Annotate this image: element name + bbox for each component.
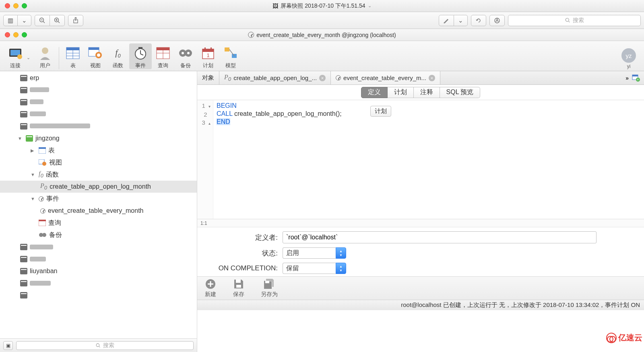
event-form: 定义者: 状态: 启用 ▲▼ ON COMPLETION: 保留 ▲▼ bbox=[197, 227, 644, 276]
avatar-initials: yz bbox=[621, 48, 636, 63]
tb-query[interactable]: 查询 bbox=[152, 45, 174, 69]
chevron-down-icon[interactable]: ⌄ bbox=[368, 3, 372, 8]
tab-overflow-button[interactable]: » bbox=[625, 75, 629, 81]
maximize-icon[interactable] bbox=[22, 32, 27, 37]
zoom-in-button[interactable] bbox=[50, 15, 65, 26]
db-item[interactable] bbox=[0, 253, 197, 265]
tab-objects[interactable]: 对象 bbox=[197, 71, 219, 84]
watermark: 亿速云 bbox=[606, 332, 642, 343]
chevron-down-icon[interactable]: ▼ bbox=[18, 136, 23, 141]
svg-point-24 bbox=[97, 54, 100, 57]
tree-views[interactable]: 视图 bbox=[0, 156, 197, 169]
tb-schedule[interactable]: 1 计划 bbox=[197, 45, 219, 69]
db-item[interactable] bbox=[0, 96, 197, 108]
minimize-icon[interactable] bbox=[13, 32, 19, 37]
svg-point-52 bbox=[42, 233, 46, 237]
sidebar-collapse-button[interactable]: ▣ bbox=[3, 341, 13, 350]
tb-connection-dropdown[interactable]: ⌄ bbox=[27, 55, 34, 69]
tree-function-item[interactable]: P0create_table_app_open_log_month bbox=[0, 181, 197, 193]
svg-line-4 bbox=[58, 21, 60, 23]
saveas-button[interactable]: 另存为 bbox=[261, 278, 278, 298]
chevron-down-icon[interactable]: ▼ bbox=[31, 196, 36, 201]
tb-function[interactable]: f0 函数 bbox=[107, 45, 129, 69]
tree-event-item[interactable]: event_create_table_every_month bbox=[0, 205, 197, 217]
svg-rect-39 bbox=[204, 47, 206, 50]
view-icon bbox=[39, 159, 47, 166]
svg-rect-62 bbox=[236, 280, 241, 283]
tb-backup[interactable]: 备份 bbox=[174, 45, 197, 69]
chevron-down-icon[interactable]: ▼ bbox=[31, 172, 36, 177]
new-button[interactable]: 新建 bbox=[204, 278, 217, 298]
tooltip-schedule[interactable]: 计划 bbox=[370, 106, 391, 117]
sidebar-dropdown-button[interactable]: ⌄ bbox=[18, 15, 31, 26]
subtab-definition[interactable]: 定义 bbox=[361, 87, 388, 98]
tab-event[interactable]: event_create_table_every_m...× bbox=[331, 71, 440, 84]
tb-user[interactable]: 用户 bbox=[34, 45, 56, 69]
tb-view[interactable]: 视图 bbox=[84, 45, 107, 69]
db-item[interactable] bbox=[0, 241, 197, 253]
chevron-updown-icon[interactable]: ▲▼ bbox=[336, 247, 346, 259]
main-toolbar: 连接 ⌄ 用户 表 视图 f0 函数 事件 查询 备份 bbox=[0, 41, 644, 71]
sidebar-toggle-button[interactable]: ▥ bbox=[3, 15, 18, 26]
markup-button[interactable] bbox=[489, 15, 505, 26]
database-icon bbox=[20, 280, 27, 286]
subtab-sqlpreview[interactable]: SQL 预览 bbox=[440, 87, 481, 98]
tb-table[interactable]: 表 bbox=[62, 45, 84, 69]
svg-rect-56 bbox=[632, 75, 638, 76]
annotate-dropdown-button[interactable]: ⌄ bbox=[454, 15, 468, 26]
status-select[interactable]: 启用 ▲▼ bbox=[283, 247, 346, 259]
user-avatar[interactable]: yz yi bbox=[621, 48, 640, 69]
chevron-right-icon[interactable]: ▶ bbox=[31, 148, 36, 153]
tree-tables[interactable]: ▶表 bbox=[0, 144, 197, 156]
db-item[interactable] bbox=[0, 120, 197, 132]
zoom-out-button[interactable] bbox=[35, 15, 50, 26]
code-editor[interactable]: 1 ▾ 2 3 ▴ BEGIN CALL create_table_app_op… bbox=[197, 100, 644, 219]
db-item[interactable] bbox=[0, 108, 197, 120]
tb-model[interactable]: 模型 bbox=[219, 45, 242, 69]
rotate-button[interactable] bbox=[471, 15, 486, 26]
db-item[interactable]: erp bbox=[0, 72, 197, 84]
tree-events[interactable]: ▼事件 bbox=[0, 193, 197, 205]
close-icon[interactable] bbox=[5, 3, 10, 8]
event-icon bbox=[336, 75, 341, 80]
db-item[interactable] bbox=[0, 84, 197, 96]
subtab-schedule[interactable]: 计划 bbox=[388, 87, 414, 98]
maximize-icon[interactable] bbox=[22, 3, 27, 8]
svg-rect-28 bbox=[138, 47, 142, 49]
svg-rect-30 bbox=[157, 47, 169, 50]
svg-rect-40 bbox=[211, 47, 212, 50]
tree-queries[interactable]: 查询 bbox=[0, 217, 197, 229]
navicat-titlebar: event_create_table_every_month @jingzong… bbox=[0, 29, 644, 41]
close-icon[interactable]: × bbox=[429, 75, 435, 81]
tree-backups[interactable]: 备份 bbox=[0, 229, 197, 241]
table-icon bbox=[39, 147, 46, 154]
oncompletion-select[interactable]: 保留 ▲▼ bbox=[283, 263, 346, 274]
code-body[interactable]: BEGIN CALL create_table_app_open_log_mon… bbox=[213, 100, 644, 219]
db-item[interactable] bbox=[0, 289, 197, 301]
chevron-updown-icon[interactable]: ▲▼ bbox=[336, 263, 346, 274]
connection-tree[interactable]: erp ▼jingzong ▶表 视图 ▼f0函数 P0create_table… bbox=[0, 71, 197, 338]
status-label: 状态: bbox=[205, 249, 278, 258]
tb-connection[interactable]: 连接 bbox=[4, 45, 27, 69]
db-item-active[interactable]: ▼jingzong bbox=[0, 132, 197, 144]
avatar-label: yi bbox=[627, 64, 631, 69]
tab-function[interactable]: P0create_table_app_open_log_...× bbox=[219, 71, 331, 84]
watermark-logo-icon bbox=[606, 333, 617, 343]
db-item[interactable]: liuyanban bbox=[0, 265, 197, 277]
save-button[interactable]: 保存 bbox=[233, 278, 245, 298]
annotate-button[interactable] bbox=[439, 15, 454, 26]
svg-rect-17 bbox=[66, 47, 79, 50]
definer-input[interactable] bbox=[283, 231, 597, 243]
close-icon[interactable]: × bbox=[319, 75, 326, 81]
share-button[interactable] bbox=[68, 15, 83, 26]
db-item[interactable] bbox=[0, 277, 197, 289]
subtab-comment[interactable]: 注释 bbox=[414, 87, 440, 98]
close-icon[interactable] bbox=[5, 32, 10, 37]
sidebar-search[interactable]: 搜索 bbox=[16, 341, 194, 350]
search-field[interactable]: 搜索 bbox=[508, 15, 641, 26]
new-tab-icon[interactable]: + bbox=[632, 74, 640, 82]
minimize-icon[interactable] bbox=[13, 3, 19, 8]
tb-event[interactable]: 事件 bbox=[129, 43, 152, 69]
tree-functions[interactable]: ▼f0函数 bbox=[0, 169, 197, 181]
right-panel: 对象 P0create_table_app_open_log_...× even… bbox=[197, 71, 644, 352]
